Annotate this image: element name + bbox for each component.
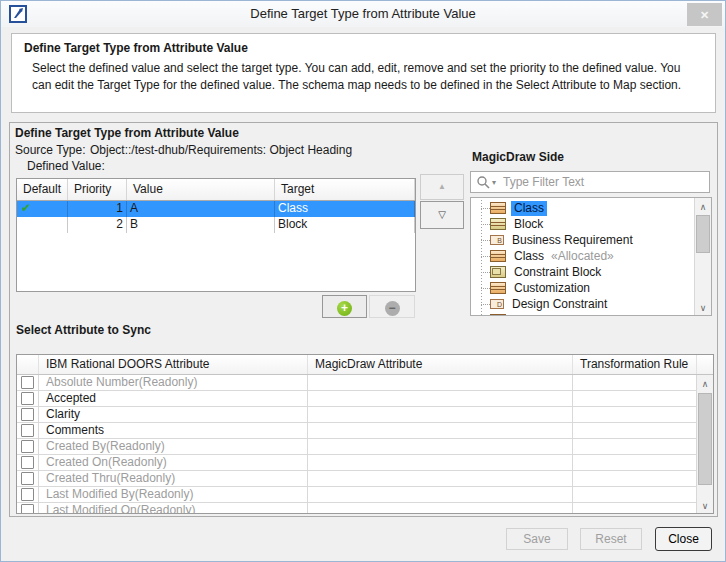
column-header-priority[interactable]: Priority: [68, 179, 127, 200]
checkbox[interactable]: [21, 392, 34, 405]
column-header-value[interactable]: Value: [127, 179, 275, 200]
column-header-transformation-rule[interactable]: Transformation Rule: [573, 355, 697, 374]
header-description: Select the defined value and select the …: [32, 60, 692, 94]
close-button[interactable]: Close: [655, 527, 712, 551]
tree-items: Class Block Business Requirement Class «: [471, 198, 694, 315]
table-row[interactable]: Accepted: [17, 391, 713, 407]
header-panel: Define Target Type from Attribute Value …: [11, 33, 716, 113]
class-icon: [490, 202, 506, 214]
class-icon: [490, 250, 506, 262]
attribute-table-header: IBM Rational DOORS Attribute MagicDraw A…: [17, 355, 713, 375]
default-check-icon: [17, 201, 31, 215]
tree-item-block[interactable]: Block: [471, 216, 694, 232]
filter-box: ▾: [470, 171, 710, 193]
design-constraint-icon: [490, 299, 504, 309]
scroll-down-icon[interactable]: [697, 497, 713, 513]
column-header-doors-attribute[interactable]: IBM Rational DOORS Attribute: [39, 355, 308, 374]
magicdraw-side-title: MagicDraw Side: [472, 150, 564, 164]
checkbox[interactable]: [21, 472, 34, 485]
defined-value-table-header: Default Priority Value Target: [17, 179, 415, 201]
checkbox[interactable]: [21, 504, 34, 514]
business-requirement-icon: [490, 235, 504, 245]
checkbox[interactable]: [21, 376, 34, 389]
column-header-target[interactable]: Target: [275, 179, 415, 200]
title-bar: Define Target Type from Attribute Value: [1, 1, 725, 27]
checkbox[interactable]: [21, 488, 34, 501]
target-cell: Class: [275, 201, 415, 217]
checkbox[interactable]: [21, 456, 34, 469]
tree-item-partial[interactable]: [471, 312, 694, 315]
checkbox[interactable]: [21, 408, 34, 421]
attribute-table-scrollbar[interactable]: [696, 375, 713, 513]
tree-item-class-allocated[interactable]: Class «Allocated»: [471, 248, 694, 264]
scroll-up-icon[interactable]: [695, 198, 711, 214]
block-icon: [490, 218, 506, 230]
table-row[interactable]: Absolute Number(Readonly): [17, 375, 713, 391]
checkbox[interactable]: [21, 424, 34, 437]
column-header-default[interactable]: Default: [17, 179, 68, 200]
table-row-selected[interactable]: 1 A Class: [17, 201, 415, 217]
tree-item-class[interactable]: Class: [471, 200, 694, 216]
header-title: Define Target Type from Attribute Value: [24, 41, 248, 55]
table-empty-area: [17, 233, 415, 291]
table-row[interactable]: 2 B Block: [17, 217, 415, 233]
default-cell: [17, 201, 68, 217]
scroll-down-icon[interactable]: [695, 299, 711, 315]
tree-item-design-constraint[interactable]: Design Constraint: [471, 296, 694, 312]
move-up-button[interactable]: [420, 174, 464, 200]
remove-value-button[interactable]: −: [369, 295, 415, 318]
scroll-up-icon[interactable]: [697, 375, 713, 391]
magicdraw-type-tree: Class Block Business Requirement Class «: [470, 197, 712, 316]
save-button[interactable]: Save: [506, 528, 568, 550]
table-row[interactable]: Last Modified On(Readonly): [17, 503, 713, 514]
table-row[interactable]: Created Thru(Readonly): [17, 471, 713, 487]
column-header-magicdraw-attribute[interactable]: MagicDraw Attribute: [308, 355, 573, 374]
filter-input[interactable]: [501, 173, 701, 191]
dialog-window: Define Target Type from Attribute Value …: [0, 0, 726, 562]
window-title: Define Target Type from Attribute Value: [1, 1, 725, 27]
value-cell: B: [127, 217, 275, 233]
filter-dropdown-caret-icon[interactable]: ▾: [492, 178, 496, 187]
sync-section-title: Select Attribute to Sync: [16, 323, 151, 337]
table-row[interactable]: Comments: [17, 423, 713, 439]
reset-button[interactable]: Reset: [580, 528, 642, 550]
table-row[interactable]: Created By(Readonly): [17, 439, 713, 455]
define-target-group: Define Target Type from Attribute Value …: [9, 122, 718, 517]
move-down-button[interactable]: [420, 201, 464, 229]
plus-icon: +: [337, 301, 352, 316]
source-type-value: Object::/test-dhub/Requirements: Object …: [90, 143, 352, 157]
search-icon: [476, 175, 491, 190]
tree-scrollbar[interactable]: [694, 198, 711, 315]
defined-value-table: Default Priority Value Target 1 A Class …: [16, 178, 416, 292]
attribute-sync-table: IBM Rational DOORS Attribute MagicDraw A…: [16, 354, 714, 514]
close-icon[interactable]: [687, 3, 722, 26]
priority-cell: 1: [68, 201, 127, 217]
source-type-label: Source Type:: [15, 143, 86, 157]
minus-icon: −: [385, 301, 400, 316]
tree-item-customization[interactable]: Customization: [471, 280, 694, 296]
checkbox[interactable]: [21, 440, 34, 453]
default-cell: [17, 217, 68, 233]
add-value-button[interactable]: +: [322, 295, 367, 318]
stereotype-suffix: «Allocated»: [551, 249, 614, 263]
table-row[interactable]: Last Modified By(Readonly): [17, 487, 713, 503]
column-header-checkbox: [17, 355, 39, 374]
priority-cell: 2: [68, 217, 127, 233]
table-row[interactable]: Clarity: [17, 407, 713, 423]
tree-item-business-requirement[interactable]: Business Requirement: [471, 232, 694, 248]
table-row[interactable]: Created On(Readonly): [17, 455, 713, 471]
value-cell: A: [127, 201, 275, 217]
constraint-block-icon: [490, 266, 506, 278]
scrollbar-thumb[interactable]: [698, 393, 712, 485]
tree-item-constraint-block[interactable]: Constraint Block: [471, 264, 694, 280]
group-title: Define Target Type from Attribute Value: [15, 126, 239, 140]
customization-icon: [490, 282, 506, 294]
scrollbar-thumb[interactable]: [696, 215, 710, 253]
class-icon: [490, 314, 506, 315]
target-cell: Block: [275, 217, 415, 233]
defined-value-label: Defined Value:: [27, 159, 105, 173]
